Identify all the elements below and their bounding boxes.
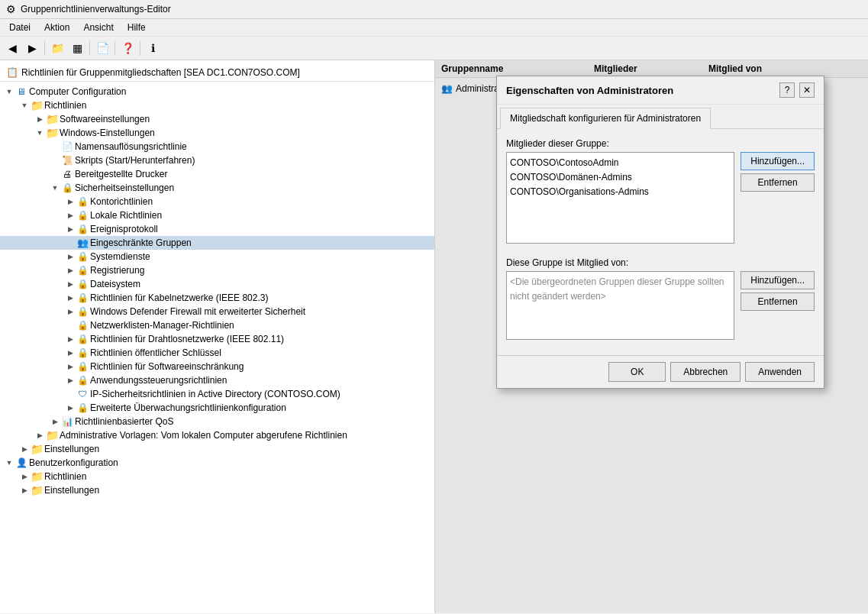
policy-title: Richtlinien für Gruppenmitgliedschaften … (21, 67, 300, 78)
tree-item-kontorichtlinien[interactable]: ▶ 🔒 Kontorichtlinien (0, 195, 434, 208)
remove-memberof-button[interactable]: Entfernen (741, 292, 815, 311)
app-icon: ⚙ (6, 3, 16, 15)
tree-item-softwareschr[interactable]: ▶ 🔒 Richtlinien für Softwareeinschränkun… (0, 360, 434, 373)
expander-schluessel[interactable]: ▶ (64, 347, 76, 359)
expander-qos[interactable]: ▶ (49, 415, 61, 428)
apply-button[interactable]: Anwenden (745, 362, 815, 382)
expander-software[interactable]: ▶ (34, 113, 46, 125)
memberof-listbox[interactable]: <Die übergeordneten Gruppen dieser Grupp… (506, 271, 734, 340)
members-row: CONTOSO\ContosoAdmin CONTOSO\Domänen-Adm… (506, 152, 815, 244)
tree-item-admin-vorlagen[interactable]: ▶ 📁 Administrative Vorlagen: Vom lokalen… (0, 428, 434, 442)
tree-item-computer-config[interactable]: ▼ 🖥 Computer Configuration (0, 85, 434, 99)
expander-lokale[interactable]: ▶ (64, 209, 76, 221)
expander-firewall[interactable]: ▶ (64, 305, 76, 318)
modal-tab-membership[interactable]: Mitgliedschaft konfigurieren für Adminis… (500, 108, 711, 129)
remove-member-button[interactable]: Entfernen (741, 173, 815, 192)
expander-benutzer[interactable]: ▼ (3, 457, 15, 469)
tree-item-ipsec[interactable]: ▶ 🛡 IP-Sicherheitsrichtlinien in Active … (0, 387, 434, 401)
tree-item-einstellungen-bc[interactable]: ▶ 📁 Einstellungen (0, 483, 434, 497)
tree-item-skripts[interactable]: ▶ 📜 Skripts (Start/Herunterfahren) (0, 154, 434, 167)
expander-erweiterte[interactable]: ▶ (64, 402, 76, 414)
member-item-1[interactable]: CONTOSO\Domänen-Admins (510, 170, 731, 185)
members-listbox[interactable]: CONTOSO\ContosoAdmin CONTOSO\Domänen-Adm… (506, 152, 734, 244)
tree-item-erweiterte[interactable]: ▶ 🔒 Erweiterte Überwachungsrichtlinienko… (0, 401, 434, 415)
ipsec-icon: 🛡 (76, 388, 89, 400)
help-button[interactable]: ❓ (118, 39, 137, 57)
tree-item-appcontrol[interactable]: ▶ 🔒 Anwendungssteuerungsrichtlinien (0, 373, 434, 387)
tree-item-lokale[interactable]: ▶ 🔒 Lokale Richtlinien (0, 208, 434, 222)
expander-konto[interactable]: ▶ (64, 196, 76, 208)
expander-drahtlos[interactable]: ▶ (64, 333, 76, 345)
menu-datei[interactable]: Datei (3, 21, 37, 34)
expander-richtlinien-cc[interactable]: ▼ (18, 99, 31, 111)
system-label: Systemdienste (90, 251, 150, 262)
expander-admin[interactable]: ▶ (34, 429, 46, 441)
expander-reg[interactable]: ▶ (64, 264, 76, 276)
tree-item-windows-einstellungen[interactable]: ▼ 📁 Windows-Einstellungen (0, 126, 434, 140)
add-memberof-button[interactable]: Hinzufügen... (741, 271, 815, 289)
ok-button[interactable]: OK (608, 362, 666, 382)
memberof-placeholder: <Die übergeordneten Gruppen dieser Grupp… (510, 276, 724, 302)
tree-item-benutzer-config[interactable]: ▼ 👤 Benutzerkonfiguration (0, 456, 434, 470)
tree-item-eingeschraenkte[interactable]: ▶ 👥 Eingeschränkte Gruppen (0, 236, 434, 250)
grid-button[interactable]: ▦ (68, 39, 86, 57)
tree-item-dateisystem[interactable]: ▶ 🔒 Dateisystem (0, 277, 434, 291)
einstellungen-cc-label: Einstellungen (44, 444, 99, 454)
expander-richtlinien-bc[interactable]: ▶ (18, 470, 31, 483)
back-button[interactable]: ◀ (3, 39, 21, 57)
expander-appcontrol[interactable]: ▶ (64, 374, 76, 386)
modal-body: Mitglieder dieser Gruppe: CONTOSO\Contos… (497, 129, 824, 355)
tree-item-drucker[interactable]: ▶ 🖨 Bereitgestellte Drucker (0, 167, 434, 181)
menu-aktion[interactable]: Aktion (38, 21, 76, 34)
tree-item-richtlinien-bc[interactable]: ▶ 📁 Richtlinien (0, 470, 434, 483)
tree-item-richtlinien-cc[interactable]: ▼ 📁 Richtlinien (0, 99, 434, 112)
tree-item-softwareeinstellungen[interactable]: ▶ 📁 Softwareeinstellungen (0, 112, 434, 126)
computer-config-label: Computer Configuration (29, 86, 126, 97)
policy-icon-lokale: 🔒 (76, 209, 89, 221)
tree-item-kabel[interactable]: ▶ 🔒 Richtlinien für Kabelnetzwerke (IEEE… (0, 291, 434, 305)
schluessel-icon: 🔒 (76, 347, 89, 359)
modal-help-btn[interactable]: ? (779, 82, 795, 98)
expander-softwareschr[interactable]: ▶ (64, 360, 76, 373)
forward-button[interactable]: ▶ (23, 39, 41, 57)
konto-label: Kontorichtlinien (90, 196, 153, 207)
drahtlos-label: Richtlinien für Drahtlosnetzwerke (IEEE … (90, 334, 284, 344)
policy-button[interactable]: 📄 (93, 39, 111, 57)
expander-sicherheit[interactable]: ▼ (49, 182, 61, 194)
expander-datei[interactable]: ▶ (64, 278, 76, 290)
folder-button[interactable]: 📁 (48, 39, 66, 57)
members-buttons: Hinzufügen... Entfernen (741, 152, 815, 244)
cancel-button[interactable]: Abbrechen (670, 362, 741, 382)
add-member-button[interactable]: Hinzufügen... (741, 152, 815, 170)
info-button[interactable]: ℹ (144, 39, 162, 57)
expander-system[interactable]: ▶ (64, 250, 76, 263)
einstellungen-bc-label: Einstellungen (44, 485, 99, 496)
tree-item-netzwerk[interactable]: ▶ 🔒 Netzwerklisten-Manager-Richtlinien (0, 318, 434, 332)
tree-item-ereignis[interactable]: ▶ 🔒 Ereignisprotokoll (0, 222, 434, 236)
tree-item-namensauf[interactable]: ▶ 📄 Namensauflösungsrichtlinie (0, 140, 434, 154)
modal-close-btn[interactable]: ✕ (799, 82, 815, 98)
security-icon: 🔒 (61, 182, 73, 194)
expander-einstellungen-bc[interactable]: ▶ (18, 484, 31, 496)
policy-header: 📋 Richtlinien für Gruppenmitgliedschafte… (0, 63, 434, 82)
tree-item-registrierung[interactable]: ▶ 🔒 Registrierung (0, 263, 434, 277)
expander-einstellungen-cc[interactable]: ▶ (18, 443, 31, 455)
tree-item-schluessel[interactable]: ▶ 🔒 Richtlinien öffentlicher Schlüssel (0, 346, 434, 360)
tree-item-qos[interactable]: ▶ 📊 Richtlinienbasierter QoS (0, 415, 434, 428)
menu-ansicht[interactable]: Ansicht (77, 21, 119, 34)
expander-windows[interactable]: ▼ (34, 127, 46, 139)
expander-kabel[interactable]: ▶ (64, 292, 76, 304)
tree-item-drahtlos[interactable]: ▶ 🔒 Richtlinien für Drahtlosnetzwerke (I… (0, 332, 434, 346)
tree-item-firewall[interactable]: ▶ 🔒 Windows Defender Firewall mit erweit… (0, 305, 434, 318)
expander-computer-config[interactable]: ▼ (3, 86, 15, 98)
tree-item-sicherheit[interactable]: ▼ 🔒 Sicherheitseinstellungen (0, 181, 434, 195)
expander-ereignis[interactable]: ▶ (64, 223, 76, 235)
tree-item-einstellungen-cc[interactable]: ▶ 📁 Einstellungen (0, 442, 434, 456)
tree-item-systemdienste[interactable]: ▶ 🔒 Systemdienste (0, 250, 434, 263)
ipsec-label: IP-Sicherheitsrichtlinien in Active Dire… (90, 389, 340, 399)
member-item-0[interactable]: CONTOSO\ContosoAdmin (510, 156, 731, 170)
member-item-2[interactable]: CONTOSO\Organisations-Admins (510, 185, 731, 199)
lokale-label: Lokale Richtlinien (90, 210, 162, 221)
eingeschraenkte-label: Eingeschränkte Gruppen (90, 238, 192, 248)
menu-hilfe[interactable]: Hilfe (121, 21, 152, 34)
